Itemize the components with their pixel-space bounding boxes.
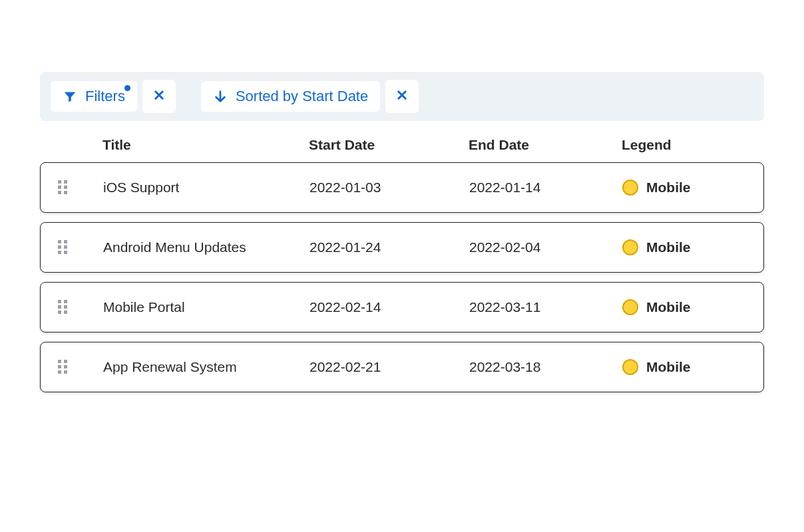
svg-rect-17	[64, 311, 67, 314]
cell-end-date: 2022-03-11	[469, 299, 622, 315]
clear-filters-button[interactable]	[142, 80, 176, 113]
cell-legend: Mobile	[622, 359, 782, 375]
svg-rect-13	[64, 300, 67, 303]
svg-rect-16	[58, 311, 61, 314]
svg-rect-12	[58, 300, 61, 303]
legend-label: Mobile	[646, 180, 691, 196]
svg-rect-6	[58, 240, 61, 243]
column-header-legend[interactable]: Legend	[622, 137, 781, 153]
svg-rect-2	[58, 186, 61, 189]
svg-rect-11	[64, 251, 67, 254]
legend-swatch	[622, 239, 638, 255]
cell-start-date: 2022-01-03	[309, 180, 469, 196]
svg-rect-8	[58, 245, 61, 249]
column-header-start-date[interactable]: Start Date	[309, 137, 469, 153]
svg-rect-4	[58, 191, 61, 194]
cell-end-date: 2022-01-14	[469, 180, 622, 196]
filters-chip[interactable]: Filters	[51, 81, 137, 112]
column-header-title[interactable]: Title	[102, 137, 309, 153]
close-icon	[396, 89, 408, 104]
toolbar: Filters Sorted by Start Date	[40, 72, 764, 121]
drag-handle-icon[interactable]	[57, 358, 103, 376]
legend-swatch	[622, 359, 638, 375]
table-row[interactable]: iOS Support 2022-01-03 2022-01-14 Mobile	[40, 162, 764, 213]
drag-handle-icon[interactable]	[57, 299, 103, 316]
svg-rect-22	[58, 370, 61, 374]
svg-rect-15	[64, 305, 67, 309]
cell-title: Mobile Portal	[103, 299, 309, 315]
svg-rect-1	[64, 180, 67, 184]
cell-start-date: 2022-02-21	[309, 359, 469, 375]
svg-rect-23	[64, 370, 67, 374]
legend-label: Mobile	[646, 359, 691, 375]
drag-handle-icon[interactable]	[57, 179, 103, 196]
cell-title: App Renewal System	[103, 359, 309, 375]
legend-swatch	[622, 180, 638, 196]
data-table: Title Start Date End Date Legend iOS Sup…	[40, 137, 764, 392]
sort-chip[interactable]: Sorted by Start Date	[201, 81, 380, 112]
svg-rect-18	[58, 360, 61, 363]
legend-swatch	[622, 299, 638, 315]
svg-rect-14	[58, 305, 61, 309]
close-icon	[153, 89, 165, 104]
cell-end-date: 2022-03-18	[469, 359, 622, 375]
svg-rect-0	[58, 180, 61, 184]
cell-legend: Mobile	[622, 239, 782, 255]
filter-icon	[63, 89, 77, 104]
svg-rect-21	[64, 365, 67, 368]
table-header: Title Start Date End Date Legend	[40, 137, 764, 162]
cell-end-date: 2022-02-04	[469, 239, 622, 255]
svg-rect-5	[64, 191, 67, 194]
cell-legend: Mobile	[622, 180, 782, 196]
svg-rect-20	[58, 365, 61, 368]
clear-sort-button[interactable]	[385, 80, 419, 113]
column-header-end-date[interactable]: End Date	[469, 137, 622, 153]
svg-rect-10	[58, 251, 61, 254]
svg-rect-19	[64, 360, 67, 363]
svg-rect-3	[64, 186, 67, 189]
filters-chip-label: Filters	[85, 88, 125, 105]
cell-start-date: 2022-01-24	[309, 239, 469, 255]
cell-title: Android Menu Updates	[103, 239, 309, 255]
svg-rect-7	[64, 240, 67, 243]
cell-title: iOS Support	[103, 180, 309, 196]
svg-rect-9	[64, 245, 67, 249]
table-row[interactable]: Mobile Portal 2022-02-14 2022-03-11 Mobi…	[40, 282, 764, 332]
table-row[interactable]: App Renewal System 2022-02-21 2022-03-18…	[40, 342, 764, 392]
sort-chip-label: Sorted by Start Date	[236, 88, 368, 105]
arrow-down-icon	[213, 89, 228, 104]
legend-label: Mobile	[646, 299, 691, 315]
cell-start-date: 2022-02-14	[309, 299, 469, 315]
legend-label: Mobile	[646, 239, 691, 255]
cell-legend: Mobile	[622, 299, 782, 315]
filters-active-badge	[124, 85, 130, 91]
drag-handle-icon[interactable]	[57, 239, 103, 256]
table-row[interactable]: Android Menu Updates 2022-01-24 2022-02-…	[40, 222, 764, 273]
